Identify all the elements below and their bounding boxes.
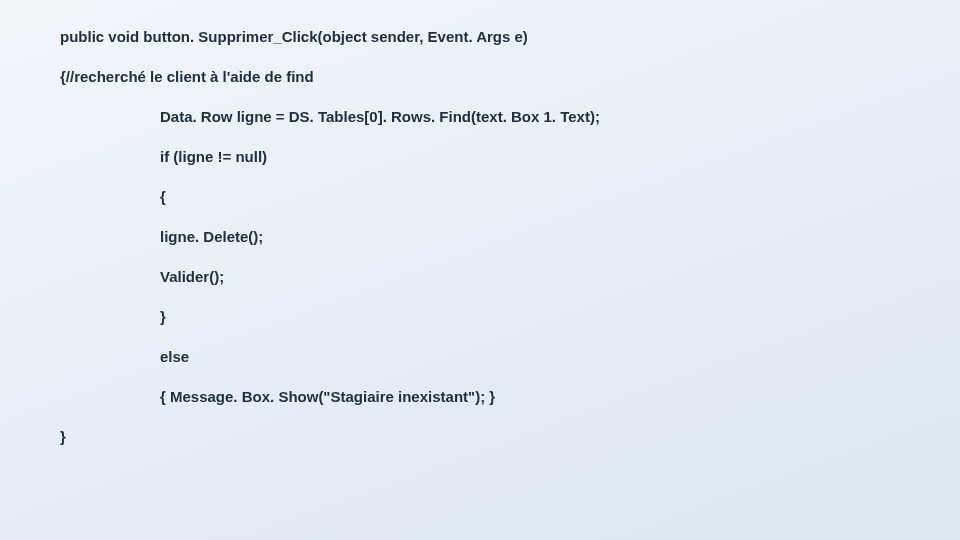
code-line-10: { Message. Box. Show("Stagiaire inexista… [60,388,900,406]
code-line-11: } [60,428,900,446]
code-line-3: Data. Row ligne = DS. Tables[0]. Rows. F… [60,108,900,126]
code-slide: public void button. Supprimer_Click(obje… [0,0,960,540]
code-line-2: {//recherché le client à l'aide de find [60,68,900,86]
code-line-7: Valider(); [60,268,900,286]
code-line-4: if (ligne != null) [60,148,900,166]
code-line-6: ligne. Delete(); [60,228,900,246]
code-line-1: public void button. Supprimer_Click(obje… [60,28,900,46]
code-line-8: } [60,308,900,326]
code-line-5: { [60,188,900,206]
code-line-9: else [60,348,900,366]
